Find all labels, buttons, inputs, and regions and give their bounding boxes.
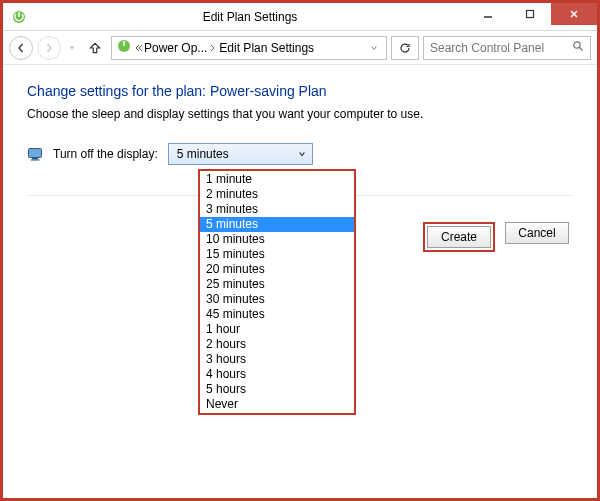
power-plan-icon: [116, 38, 132, 57]
titlebar: Edit Plan Settings: [3, 3, 597, 31]
search-placeholder: Search Control Panel: [430, 41, 572, 55]
window-controls: [467, 3, 597, 30]
listbox-option[interactable]: 3 hours: [200, 352, 354, 367]
listbox-option[interactable]: 1 hour: [200, 322, 354, 337]
cancel-button-label: Cancel: [518, 226, 555, 240]
svg-rect-9: [32, 158, 38, 160]
breadcrumb-power-options[interactable]: Power Op...: [144, 41, 207, 55]
breadcrumb-edit-plan[interactable]: Edit Plan Settings: [219, 41, 314, 55]
search-icon: [572, 40, 584, 55]
listbox-option[interactable]: 5 hours: [200, 382, 354, 397]
page-heading: Change settings for the plan: Power-savi…: [27, 83, 573, 99]
create-button-highlight: Create: [423, 222, 495, 252]
chevron-left-icon: [134, 44, 142, 52]
listbox-option[interactable]: 15 minutes: [200, 247, 354, 262]
display-timeout-label: Turn off the display:: [53, 147, 158, 161]
refresh-button[interactable]: [391, 36, 419, 60]
listbox-option[interactable]: 45 minutes: [200, 307, 354, 322]
listbox-option[interactable]: Never: [200, 397, 354, 412]
toolbar: Power Op... Edit Plan Settings Search Co…: [3, 31, 597, 65]
listbox-option[interactable]: 3 minutes: [200, 202, 354, 217]
maximize-button[interactable]: [509, 3, 551, 25]
page-description: Choose the sleep and display settings th…: [27, 107, 573, 121]
listbox-option[interactable]: 4 hours: [200, 367, 354, 382]
window-title: Edit Plan Settings: [33, 10, 467, 24]
listbox-option[interactable]: 2 minutes: [200, 187, 354, 202]
chevron-down-icon: [298, 147, 306, 161]
display-timeout-row: Turn off the display: 5 minutes: [27, 143, 573, 165]
forward-button[interactable]: [37, 36, 61, 60]
create-button[interactable]: Create: [427, 226, 491, 248]
up-button[interactable]: [83, 36, 107, 60]
svg-rect-2: [527, 11, 534, 18]
chevron-right-icon: [209, 44, 217, 52]
history-dropdown-icon[interactable]: [65, 36, 79, 60]
listbox-option[interactable]: 5 minutes: [200, 217, 354, 232]
combobox-value: 5 minutes: [177, 147, 298, 161]
listbox-option[interactable]: 20 minutes: [200, 262, 354, 277]
content-area: Change settings for the plan: Power-savi…: [3, 65, 597, 252]
minimize-button[interactable]: [467, 3, 509, 25]
svg-rect-8: [29, 149, 42, 158]
close-button[interactable]: [551, 3, 597, 25]
display-timeout-combobox[interactable]: 5 minutes: [168, 143, 313, 165]
listbox-option[interactable]: 25 minutes: [200, 277, 354, 292]
listbox-option[interactable]: 10 minutes: [200, 232, 354, 247]
svg-rect-10: [31, 160, 40, 161]
svg-line-7: [580, 48, 583, 51]
listbox-option[interactable]: 1 minute: [200, 172, 354, 187]
display-icon: [27, 146, 43, 162]
create-button-label: Create: [441, 230, 477, 244]
cancel-button[interactable]: Cancel: [505, 222, 569, 244]
svg-point-6: [574, 42, 580, 48]
back-button[interactable]: [9, 36, 33, 60]
address-bar[interactable]: Power Op... Edit Plan Settings: [111, 36, 387, 60]
listbox-option[interactable]: 2 hours: [200, 337, 354, 352]
listbox-option[interactable]: 30 minutes: [200, 292, 354, 307]
display-timeout-listbox[interactable]: 1 minute2 minutes3 minutes5 minutes10 mi…: [198, 169, 356, 415]
power-plan-icon: [11, 9, 27, 25]
search-input[interactable]: Search Control Panel: [423, 36, 591, 60]
address-dropdown-icon[interactable]: [366, 41, 382, 55]
